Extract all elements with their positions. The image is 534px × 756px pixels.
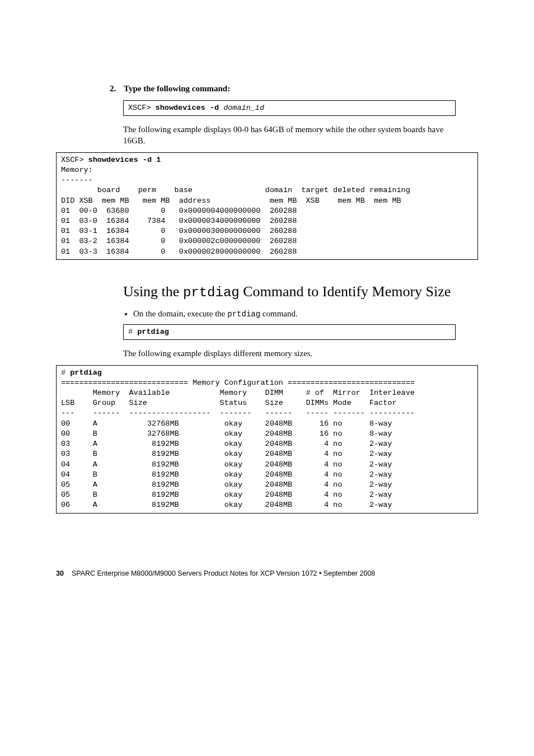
page-footer: 30SPARC Enterprise M8000/M9000 Servers P… — [56, 570, 478, 577]
section-heading-prtdiag: Using the prtdiag Command to Identify Me… — [123, 282, 456, 301]
heading-post: Command to Identify Memory Size — [240, 283, 451, 300]
heading-pre: Using the — [123, 283, 183, 300]
command-box-showdevices-usage: XSCF> showdevices -d domain_id — [123, 100, 456, 116]
command-arg: domain_id — [223, 104, 264, 112]
command-box-prtdiag-output: # prtdiag ============================ M… — [56, 365, 478, 514]
list-item: On the domain, execute the prtdiag comma… — [133, 309, 456, 319]
output-body: ============================ Memory Conf… — [61, 379, 415, 510]
step-number: 2. — [110, 84, 116, 93]
command-text: showdevices -d — [156, 104, 224, 112]
output-body: Memory: ------- board perm base domain t… — [61, 166, 410, 256]
page-number: 30 — [56, 570, 64, 577]
bullet-code: prtdiag — [227, 310, 260, 319]
command-box-showdevices-output: XSCF> showdevices -d 1 Memory: ------- b… — [56, 152, 478, 260]
command-box-prtdiag-usage: # prtdiag — [123, 324, 456, 340]
bullet-pre: On the domain, execute the — [133, 309, 227, 318]
prompt-text: XSCF> — [128, 104, 156, 112]
bullet-post: command. — [260, 309, 298, 318]
bullet-list: On the domain, execute the prtdiag comma… — [123, 309, 456, 319]
footer-text: SPARC Enterprise M8000/M9000 Servers Pro… — [72, 570, 375, 577]
command-text: prtdiag — [137, 328, 169, 336]
command-text: showdevices -d 1 — [88, 156, 161, 164]
prompt-text: # — [128, 328, 137, 336]
page-container: 2. Type the following command: XSCF> sho… — [0, 0, 534, 611]
prompt-text: XSCF> — [61, 156, 88, 164]
command-text: prtdiag — [70, 368, 102, 377]
paragraph-example-intro-1: The following example displays 00-0 has … — [123, 124, 456, 147]
step-line: 2. Type the following command: — [110, 84, 478, 94]
paragraph-example-intro-2: The following example displays different… — [123, 348, 456, 359]
prompt-text: # — [61, 368, 70, 377]
heading-code: prtdiag — [183, 285, 240, 300]
step-instruction: Type the following command: — [124, 84, 230, 93]
